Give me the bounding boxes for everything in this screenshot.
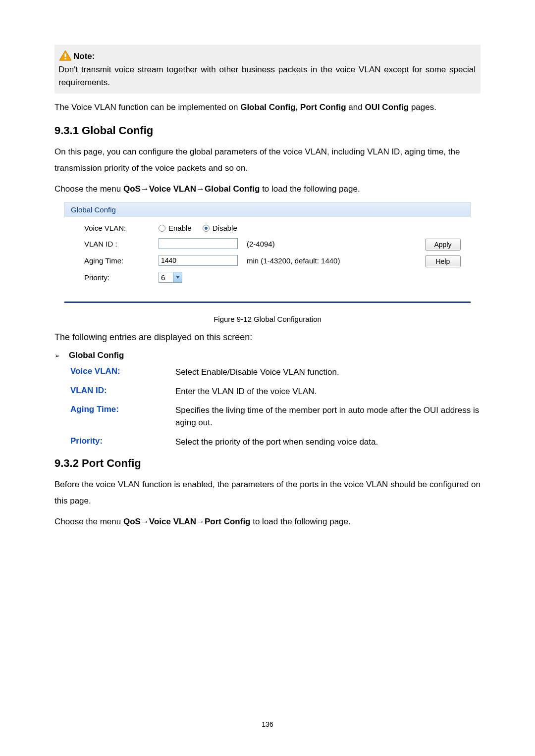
definition-table: Voice VLAN: Select Enable/Disable Voice … xyxy=(70,366,481,448)
def-desc: Specifies the living time of the member … xyxy=(175,404,481,429)
vlan-id-input[interactable] xyxy=(159,238,238,249)
text: Choose the menu xyxy=(54,517,123,526)
def-row: Aging Time: Specifies the living time of… xyxy=(70,404,481,429)
aging-time-hint: min (1-43200, default: 1440) xyxy=(247,256,340,265)
global-config-panel: Global Config Voice VLAN: Enable Disable… xyxy=(64,202,471,303)
warning-icon xyxy=(58,50,72,61)
def-row: Voice VLAN: Select Enable/Disable Voice … xyxy=(70,366,481,379)
svg-marker-3 xyxy=(176,276,180,279)
intro-paragraph: The Voice VLAN function can be implement… xyxy=(54,100,481,115)
text: The Voice VLAN function can be implement… xyxy=(54,102,240,112)
def-desc: Select Enable/Disable Voice VLAN functio… xyxy=(175,366,481,379)
svg-rect-1 xyxy=(65,53,66,57)
text-bold: Global Config, Port Config xyxy=(240,102,346,112)
section-heading-931: 9.3.1 Global Config xyxy=(54,124,481,137)
apply-button[interactable]: Apply xyxy=(425,239,461,251)
text: to load the following page. xyxy=(260,184,360,194)
page-number: 136 xyxy=(0,720,535,728)
bullet-label: Global Config xyxy=(69,351,124,360)
chevron-down-icon xyxy=(173,272,182,282)
section-heading-932: 9.3.2 Port Config xyxy=(54,457,481,470)
def-desc: Select the priority of the port when sen… xyxy=(175,436,481,449)
menu-path-global: Choose the menu QoS→Voice VLAN→Global Co… xyxy=(54,181,481,197)
section-931-description: On this page, you can configure the glob… xyxy=(54,144,481,176)
disable-radio[interactable] xyxy=(203,225,210,232)
def-term-voice-vlan: Voice VLAN: xyxy=(70,366,175,379)
note-box: Note: Don't transmit voice stream togeth… xyxy=(54,45,481,94)
def-term-priority: Priority: xyxy=(70,436,175,449)
bullet-arrow-icon: ➢ xyxy=(54,352,60,359)
vlan-id-label: VLAN ID : xyxy=(84,240,159,248)
voice-vlan-radio-group: Enable Disable xyxy=(159,224,237,232)
def-row: Priority: Select the priority of the por… xyxy=(70,436,481,449)
text: to load the following page. xyxy=(251,517,351,526)
aging-time-label: Aging Time: xyxy=(84,256,159,265)
priority-select[interactable]: 6 xyxy=(159,272,182,283)
disable-label: Disable xyxy=(213,224,237,232)
bullet-global-config: ➢ Global Config xyxy=(54,351,481,360)
def-desc: Enter the VLAN ID of the voice VLAN. xyxy=(175,386,481,398)
svg-rect-2 xyxy=(65,58,66,59)
panel-header: Global Config xyxy=(64,202,471,217)
note-text: Don't transmit voice stream together wit… xyxy=(58,63,476,89)
note-label: Note: xyxy=(73,51,95,61)
enable-radio[interactable] xyxy=(159,225,165,232)
text: and xyxy=(346,102,365,112)
voice-vlan-label: Voice VLAN: xyxy=(84,224,159,232)
enable-label: Enable xyxy=(168,224,192,232)
text-bold: QoS→Voice VLAN→Port Config xyxy=(123,517,251,526)
aging-time-input[interactable] xyxy=(159,255,238,266)
figure-caption: Figure 9-12 Global Configuration xyxy=(54,315,481,323)
menu-path-port: Choose the menu QoS→Voice VLAN→Port Conf… xyxy=(54,514,481,530)
entries-intro: The following entries are displayed on t… xyxy=(54,332,481,343)
priority-value: 6 xyxy=(161,273,165,282)
text: Choose the menu xyxy=(54,184,123,194)
def-term-aging-time: Aging Time: xyxy=(70,404,175,429)
section-932-description: Before the voice VLAN function is enable… xyxy=(54,477,481,509)
text-bold: OUI Config xyxy=(365,102,409,112)
priority-label: Priority: xyxy=(84,273,159,282)
help-button[interactable]: Help xyxy=(425,255,461,267)
text: pages. xyxy=(409,102,436,112)
def-term-vlan-id: VLAN ID: xyxy=(70,386,175,398)
vlan-id-hint: (2-4094) xyxy=(247,240,275,248)
text-bold: QoS→Voice VLAN→Global Config xyxy=(123,184,260,194)
def-row: VLAN ID: Enter the VLAN ID of the voice … xyxy=(70,386,481,398)
